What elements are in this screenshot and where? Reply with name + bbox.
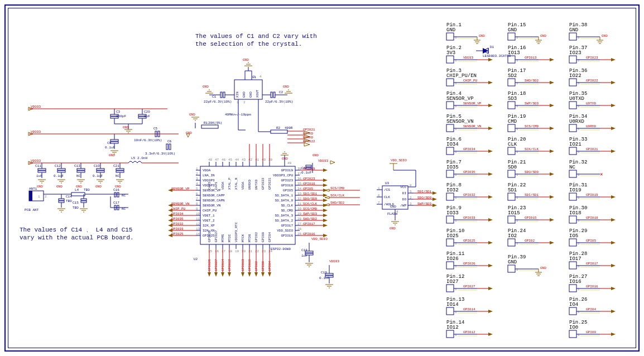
svg-text:1: 1 — [455, 196, 457, 200]
svg-text:MTMS: MTMS — [221, 234, 225, 242]
svg-text:47: 47 — [215, 158, 219, 162]
svg-text:SENSOR_CAPP: SENSOR_CAPP — [203, 194, 225, 198]
svg-text:2: 2 — [410, 196, 412, 200]
svg-text:IO2: IO2 — [508, 233, 517, 239]
u3-flash: VDD_SDIO U3 1/CS6CLK7/HOLD8VCC5DISDI/SD1… — [363, 159, 446, 237]
svg-text:10nF/6.3V(10%): 10nF/6.3V(10%) — [134, 138, 162, 142]
d1-diode: D1 LESD8D3.3CAT5G — [476, 44, 521, 60]
svg-text:5: 5 — [196, 187, 198, 191]
svg-text:SD_CMD: SD_CMD — [281, 209, 293, 213]
svg-rect-382 — [508, 79, 515, 86]
svg-text:1: 1 — [578, 310, 580, 314]
svg-rect-496 — [569, 285, 576, 292]
svg-text:VDD33: VDD33 — [31, 105, 41, 109]
svg-text:VDDA: VDDA — [203, 169, 211, 172]
svg-text:CHIP_PU: CHIP_PU — [463, 79, 478, 83]
svg-rect-37 — [57, 171, 65, 172]
svg-text:GND: GND — [602, 34, 608, 38]
svg-text:XIN: XIN — [236, 92, 239, 98]
svg-text:VDD3P3_CPU: VDD3P3_CPU — [273, 174, 293, 177]
svg-rect-70 — [81, 201, 86, 203]
svg-text:SD1: SD1 — [508, 187, 517, 193]
svg-rect-304 — [446, 102, 454, 109]
note-line4: vary with the actual PCB board. — [20, 234, 134, 241]
svg-text:GPIO26: GPIO26 — [463, 262, 475, 266]
svg-text:49: 49 — [287, 161, 292, 165]
svg-text:22pF/6.3V(10%): 22pF/6.3V(10%) — [204, 100, 232, 104]
svg-text:SCS/CMD: SCS/CMD — [525, 124, 539, 128]
svg-text:GND: GND — [249, 92, 253, 98]
svg-text:1: 1 — [378, 186, 380, 190]
svg-text:CHIP_PU: CHIP_PU — [171, 207, 186, 211]
svg-text:SENSOR_VN: SENSOR_VN — [463, 124, 482, 128]
svg-text:5: 5 — [410, 190, 412, 194]
svg-text:1: 1 — [578, 36, 580, 40]
svg-text:1: 1 — [455, 173, 457, 177]
svg-text:1: 1 — [516, 242, 518, 246]
svg-text:IO35: IO35 — [446, 165, 459, 170]
svg-rect-62 — [59, 199, 64, 200]
svg-text:IO22: IO22 — [569, 73, 581, 79]
svg-rect-454 — [569, 124, 576, 132]
svg-text:2: 2 — [243, 100, 246, 104]
svg-text:IO18: IO18 — [569, 210, 581, 216]
svg-text:GPIO22: GPIO22 — [303, 139, 315, 143]
svg-text:22: 22 — [255, 249, 259, 253]
svg-text:SENSOR_VP: SENSOR_VP — [446, 96, 474, 102]
svg-text:SCK/CLK: SCK/CLK — [330, 194, 345, 198]
svg-text:GPIO0: GPIO0 — [261, 232, 265, 242]
svg-text:C10: C10 — [94, 164, 100, 168]
svg-text:499R: 499R — [285, 126, 293, 130]
svg-text:21: 21 — [248, 249, 253, 253]
antenna-block: ANT1 1 2 PCB ANT C14TBD L4TBD C15TBD C16… — [17, 184, 173, 229]
svg-text:SENSOR_VP: SENSOR_VP — [171, 187, 190, 191]
svg-rect-334 — [446, 216, 454, 223]
svg-text:C15: C15 — [73, 201, 79, 205]
svg-text:19: 19 — [235, 249, 239, 253]
svg-text:C3: C3 — [116, 110, 121, 114]
svg-text:2: 2 — [196, 172, 198, 176]
svg-text:7: 7 — [378, 201, 380, 205]
svg-rect-74 — [117, 193, 119, 197]
svg-rect-424 — [508, 239, 515, 246]
svg-text:GPIO35: GPIO35 — [463, 170, 475, 174]
svg-text:48: 48 — [208, 158, 213, 162]
svg-text:GPIO34: GPIO34 — [171, 212, 184, 216]
svg-rect-352 — [446, 285, 454, 292]
svg-text:GPIO5: GPIO5 — [586, 239, 596, 243]
svg-text:C17: C17 — [113, 201, 119, 205]
svg-text:L5: L5 — [131, 156, 136, 160]
svg-text:C16: C16 — [113, 188, 119, 192]
svg-rect-36 — [57, 169, 65, 170]
svg-rect-364 — [446, 330, 454, 338]
svg-text:GPIO15: GPIO15 — [248, 259, 252, 271]
svg-text:6: 6 — [378, 194, 380, 198]
svg-text:GPIO21: GPIO21 — [586, 147, 598, 151]
svg-text:D1: D1 — [490, 45, 494, 49]
svg-text:39: 39 — [268, 158, 273, 162]
svg-rect-244 — [306, 167, 311, 169]
svg-text:XOUT: XOUT — [256, 89, 259, 98]
svg-text:46: 46 — [222, 158, 226, 162]
svg-text:1: 1 — [516, 173, 518, 177]
svg-text:6: 6 — [196, 192, 198, 196]
svg-text:TBD: TBD — [84, 188, 90, 192]
svg-text:SCS/CMD: SCS/CMD — [330, 186, 345, 190]
svg-text:1: 1 — [38, 195, 40, 199]
svg-text:VDD33: VDD33 — [31, 159, 41, 163]
svg-text:IO33: IO33 — [446, 210, 459, 216]
svg-rect-322 — [446, 170, 454, 177]
svg-rect-73 — [114, 193, 116, 197]
svg-text:8: 8 — [410, 184, 412, 187]
svg-text:GPIO35: GPIO35 — [171, 217, 184, 221]
svg-text:1uF: 1uF — [36, 174, 42, 178]
svg-text:GND: GND — [446, 27, 455, 33]
svg-text:3: 3 — [410, 202, 412, 206]
svg-text:22pF/6.3V(10%): 22pF/6.3V(10%) — [265, 100, 293, 104]
svg-text:GPIO12: GPIO12 — [463, 330, 475, 334]
svg-text:R1: R1 — [204, 121, 208, 125]
svg-text:3: 3 — [253, 75, 255, 79]
svg-text:1: 1 — [455, 81, 457, 85]
svg-text:SD_DATA_2: SD_DATA_2 — [275, 219, 294, 223]
svg-text:C20: C20 — [144, 110, 150, 114]
